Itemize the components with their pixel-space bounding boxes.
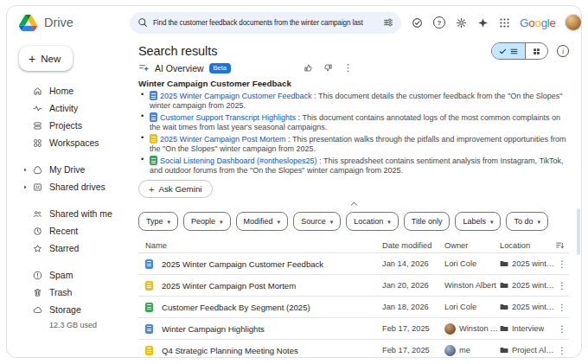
star-icon bbox=[33, 244, 42, 253]
sidebar: + New Home Activity Projects W bbox=[7, 39, 133, 357]
offline-status-icon[interactable] bbox=[412, 17, 423, 29]
sidebar-item-my-drive[interactable]: My Drive bbox=[17, 161, 133, 178]
ai-doc-link[interactable]: 2025 Winter Campaign Customer Feedback bbox=[160, 92, 312, 100]
search-bar[interactable]: Find the customer feedback documents fro… bbox=[130, 12, 401, 34]
grid-view-toggle[interactable] bbox=[525, 43, 547, 59]
sidebar-item-home[interactable]: Home bbox=[17, 82, 133, 99]
thumbs-down-icon[interactable] bbox=[323, 63, 333, 73]
owner-avatar bbox=[444, 345, 456, 356]
my-drive-icon bbox=[33, 165, 42, 175]
sidebar-item-spam[interactable]: Spam bbox=[17, 266, 133, 284]
sidebar-group-storage: Spam Trash Storage 12.3 GB used bbox=[17, 266, 133, 329]
filter-chip-labels[interactable]: Labels▾ bbox=[455, 212, 501, 231]
sidebar-item-workspaces[interactable]: Workspaces bbox=[17, 134, 133, 151]
drive-logo-icon bbox=[19, 15, 37, 31]
table-row[interactable]: Customer Feedback By Segment (2025) Jan … bbox=[138, 296, 569, 317]
app-name: Drive bbox=[44, 16, 74, 29]
grid-view-icon bbox=[533, 48, 540, 55]
sidebar-item-starred[interactable]: Starred bbox=[17, 239, 133, 257]
location-cell[interactable]: Project Alpha bbox=[500, 346, 555, 354]
table-row[interactable]: Winter Campaign Highlights Feb 17, 2025 … bbox=[138, 317, 569, 339]
more-options-button[interactable]: ⋮ bbox=[555, 346, 569, 355]
sidebar-item-storage[interactable]: Storage bbox=[17, 301, 133, 318]
date-modified: Feb 17, 2025 bbox=[382, 324, 444, 333]
column-header-date-modified[interactable]: Date modified bbox=[382, 241, 444, 250]
spam-icon bbox=[33, 271, 42, 280]
projects-icon bbox=[33, 121, 42, 131]
page-title: Search results bbox=[138, 44, 217, 58]
ai-overview-item: 2025 Winter Campaign Customer Feedback :… bbox=[138, 91, 569, 110]
settings-gear-icon[interactable] bbox=[456, 17, 467, 29]
chevron-down-icon: ▾ bbox=[168, 219, 171, 225]
docs-file-icon bbox=[145, 259, 153, 269]
gemini-sparkle-icon[interactable] bbox=[477, 17, 489, 29]
collapse-ai-overview[interactable] bbox=[138, 200, 569, 207]
new-button[interactable]: + New bbox=[19, 46, 73, 71]
trash-icon bbox=[33, 288, 42, 297]
sidebar-group-main: Home Activity Projects Workspaces bbox=[17, 82, 133, 151]
sidebar-item-shared-with-me[interactable]: Shared with me bbox=[17, 205, 133, 222]
beta-badge: Beta bbox=[209, 63, 231, 73]
thumbs-up-icon[interactable] bbox=[304, 63, 313, 73]
column-header-owner[interactable]: Owner bbox=[444, 241, 500, 250]
slides-file-icon bbox=[145, 281, 153, 291]
ai-doc-link[interactable]: Social Listening Dashboard (#ontheslopes… bbox=[160, 156, 317, 165]
expand-caret-icon[interactable] bbox=[22, 167, 29, 173]
location-cell[interactable]: 2025 winter campaign bbox=[500, 303, 555, 311]
ai-overview-panel: AI Overview Beta ⋮ Winter Campaign Custo… bbox=[138, 60, 569, 207]
sidebar-item-recent[interactable]: Recent bbox=[17, 222, 133, 239]
sidebar-item-shared-drives[interactable]: Shared drives bbox=[17, 178, 133, 195]
check-icon bbox=[499, 48, 507, 55]
chevron-down-icon: ▾ bbox=[330, 219, 334, 225]
docs-file-icon bbox=[150, 112, 157, 122]
table-row[interactable]: Q4 Strategic Planning Meeting Notes Feb … bbox=[138, 339, 569, 358]
filter-chip-type[interactable]: Type▾ bbox=[138, 212, 178, 231]
ask-gemini-button[interactable]: + Ask Gemini bbox=[138, 180, 213, 198]
filter-chip-source[interactable]: Source▾ bbox=[293, 212, 341, 231]
ai-doc-link[interactable]: Customer Support Transcript Highlights bbox=[160, 113, 296, 122]
search-input[interactable]: Find the customer feedback documents fro… bbox=[153, 19, 378, 27]
ai-more-options-icon[interactable]: ⋮ bbox=[343, 63, 353, 73]
people-icon bbox=[33, 209, 42, 219]
help-icon[interactable]: ? bbox=[433, 16, 445, 29]
sort-icon[interactable] bbox=[555, 240, 565, 250]
chevron-up-icon bbox=[349, 200, 359, 207]
column-header-name[interactable]: Name bbox=[138, 241, 382, 250]
column-header-location[interactable]: Location bbox=[500, 241, 555, 250]
location-cell[interactable]: Interview bbox=[500, 324, 555, 333]
filter-chip-people[interactable]: People▾ bbox=[183, 212, 231, 231]
folder-icon bbox=[500, 259, 508, 268]
chevron-down-icon: ▾ bbox=[537, 219, 540, 225]
scrollbar-thumb[interactable] bbox=[577, 208, 580, 255]
apps-grid-icon[interactable] bbox=[499, 17, 510, 29]
sidebar-item-trash[interactable]: Trash bbox=[17, 284, 133, 301]
filter-chip-title-only[interactable]: Title only bbox=[404, 212, 451, 231]
home-icon bbox=[33, 86, 42, 96]
sidebar-item-activity[interactable]: Activity bbox=[17, 99, 133, 117]
ai-doc-link[interactable]: 2025 Winter Campaign Post Mortem bbox=[160, 135, 286, 144]
chevron-down-icon: ▾ bbox=[490, 219, 494, 225]
drive-home-link[interactable]: Drive bbox=[19, 15, 130, 31]
filter-chip-to-do[interactable]: To do▾ bbox=[506, 212, 548, 231]
search-filters-tune-icon[interactable] bbox=[383, 17, 393, 28]
expand-caret-icon[interactable] bbox=[22, 184, 29, 190]
location-cell[interactable]: 2025 winter campaign bbox=[500, 281, 555, 290]
details-info-icon[interactable]: i bbox=[557, 45, 569, 57]
filter-chip-location[interactable]: Location▾ bbox=[346, 212, 399, 231]
more-options-button[interactable]: ⋮ bbox=[555, 303, 569, 312]
help-glyph: ? bbox=[438, 19, 442, 27]
more-options-button[interactable]: ⋮ bbox=[555, 259, 569, 269]
sidebar-item-projects[interactable]: Projects bbox=[17, 117, 133, 134]
more-options-button[interactable]: ⋮ bbox=[555, 324, 569, 334]
account-avatar[interactable] bbox=[565, 14, 582, 31]
folder-icon bbox=[500, 346, 508, 354]
location-cell[interactable]: 2025 winter campaign bbox=[500, 259, 555, 268]
more-options-button[interactable]: ⋮ bbox=[555, 281, 569, 291]
table-row[interactable]: 2025 Winter Campaign Customer Feedback J… bbox=[138, 252, 569, 274]
file-name: 2025 Winter Campaign Post Mortem bbox=[162, 281, 296, 291]
file-name: Winter Campaign Highlights bbox=[162, 324, 265, 334]
folder-icon bbox=[500, 281, 508, 290]
filter-chip-modified[interactable]: Modified▾ bbox=[236, 212, 289, 231]
table-row[interactable]: 2025 Winter Campaign Post Mortem Jan 20,… bbox=[138, 274, 569, 296]
list-view-toggle[interactable] bbox=[492, 43, 525, 59]
